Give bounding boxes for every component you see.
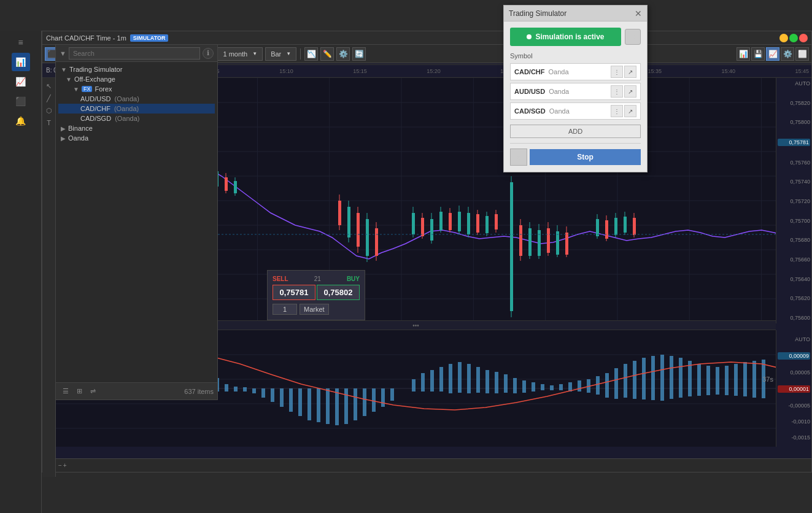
- save-icon[interactable]: 💾: [751, 47, 765, 61]
- sim-symbol-row-cadchf: CAD/CHF Oanda ⋮ ↗: [510, 63, 641, 80]
- sell-price-button[interactable]: 0,75781: [273, 285, 315, 300]
- add-symbol-button[interactable]: ADD: [510, 125, 641, 138]
- tree-item-off-exchange[interactable]: ▼ Off-Exchange: [58, 74, 215, 84]
- price-label-11: 0,75600: [778, 315, 810, 321]
- osc-label-3: -0,0010: [778, 418, 810, 425]
- svg-rect-180: [660, 355, 664, 401]
- navigator-panel: ▼ ℹ ▼ Trading Simulator ▼ Off-Exchange ▼…: [55, 44, 218, 400]
- svg-rect-142: [298, 388, 302, 416]
- svg-rect-153: [412, 379, 416, 392]
- svg-rect-147: [344, 388, 348, 424]
- drawing-toolbar: ↖ ╱ ⬡ T: [42, 78, 56, 477]
- minimize-button[interactable]: [779, 34, 788, 42]
- svg-rect-159: [467, 364, 471, 393]
- svg-rect-139: [271, 388, 274, 402]
- close-button[interactable]: [799, 34, 808, 42]
- navigator-tree: ▼ Trading Simulator ▼ Off-Exchange ▼ FX …: [56, 62, 217, 382]
- buy-price-button[interactable]: 0,75802: [317, 285, 360, 300]
- sim-title-text: Trading Simulator: [509, 9, 566, 18]
- zoom-in-button[interactable]: +: [63, 462, 67, 469]
- svg-rect-173: [596, 376, 600, 395]
- tree-item-oanda[interactable]: ▶ Oanda: [58, 133, 215, 143]
- sim-close-button[interactable]: ✕: [635, 9, 642, 18]
- svg-rect-148: [354, 388, 357, 420]
- tree-item-binance[interactable]: ▶ Binance: [58, 123, 215, 133]
- cadsgd-actions: ⋮ ↗: [611, 105, 636, 117]
- sidebar-icon-chart[interactable]: 📊: [12, 53, 30, 71]
- cadchf-external-button[interactable]: ↗: [624, 66, 636, 78]
- filter-icon[interactable]: ▼: [60, 50, 66, 57]
- navigator-header: ▼ ℹ: [56, 45, 217, 62]
- draw-shape-icon[interactable]: ⬡: [44, 105, 55, 116]
- active-indicator: [527, 34, 532, 39]
- cadsgd-external-button[interactable]: ↗: [624, 105, 636, 117]
- svg-rect-136: [243, 387, 247, 392]
- price-label-10: 0,75620: [778, 295, 810, 301]
- sim-settings-button[interactable]: ⚙: [625, 29, 641, 45]
- tree-item-aud-usd[interactable]: AUD/USD (Oanda): [58, 94, 215, 104]
- svg-rect-175: [614, 368, 618, 399]
- svg-rect-137: [252, 388, 256, 393]
- binance-label: Binance: [68, 125, 93, 132]
- settings-icon[interactable]: ⚙️: [336, 47, 350, 61]
- order-type-selector[interactable]: Market: [300, 304, 329, 315]
- sidebar-icon-bar[interactable]: 📈: [12, 72, 30, 91]
- zoom-out-button[interactable]: −: [58, 462, 62, 469]
- list-view-icon[interactable]: ☰: [60, 385, 72, 398]
- chevron-down-icon-2: ▼: [66, 76, 72, 83]
- grid-view-icon[interactable]: ⊞: [73, 385, 85, 398]
- quantity-input[interactable]: [273, 304, 297, 315]
- sidebar-icon-watchlist[interactable]: ≡: [12, 33, 30, 52]
- search-input[interactable]: [69, 47, 200, 60]
- svg-rect-151: [381, 388, 385, 407]
- trading-simulator-label: Trading Simulator: [69, 66, 122, 73]
- tree-item-forex[interactable]: ▼ FX Forex: [58, 84, 215, 94]
- sim-collapse-button[interactable]: ∧: [510, 148, 527, 166]
- audusd-actions: ⋮ ↗: [611, 85, 636, 98]
- draw-cursor-icon[interactable]: ↖: [44, 80, 55, 91]
- svg-rect-163: [504, 374, 508, 393]
- connection-icon[interactable]: ⇌: [87, 385, 99, 398]
- sim-symbol-row-audusd: AUD/USD Oanda ⋮ ↗: [510, 83, 641, 100]
- countdown-label: 37s: [762, 376, 773, 383]
- audusd-external-button[interactable]: ↗: [624, 85, 636, 98]
- market-depth-icon[interactable]: 📊: [737, 47, 750, 61]
- time-label-1520: 15:20: [427, 68, 441, 74]
- price-axis: AUTO 0,75820 0,75800 0,75781 0,75760 0,7…: [776, 78, 811, 323]
- compare-icon[interactable]: 🔄: [352, 47, 366, 61]
- draw-text-icon[interactable]: T: [44, 117, 55, 128]
- time-label-1545: 15:45: [795, 68, 809, 74]
- info-icon[interactable]: ℹ: [203, 48, 214, 59]
- draw-line-icon[interactable]: ╱: [44, 93, 55, 104]
- simulation-active-button[interactable]: Simulation is active: [510, 28, 621, 46]
- spread-value: 21: [314, 276, 321, 282]
- fullscreen-icon[interactable]: ⬜: [795, 47, 809, 61]
- drawing-tools-icon[interactable]: ✏️: [320, 47, 334, 61]
- sim-stop-button[interactable]: Stop: [530, 149, 641, 165]
- chart-title-bar: Chart CAD/CHF Time - 1m SIMULATOR: [42, 31, 811, 45]
- svg-rect-143: [307, 388, 311, 420]
- tree-item-trading-simulator[interactable]: ▼ Trading Simulator: [58, 64, 215, 74]
- indicators-icon[interactable]: 📉: [304, 47, 318, 61]
- properties-icon[interactable]: ⚙️: [781, 47, 794, 61]
- period-selector[interactable]: 1 month ▼: [217, 47, 263, 61]
- svg-rect-171: [578, 380, 581, 392]
- sim-divider: [510, 143, 641, 144]
- toolbar-separator-1: [300, 48, 301, 60]
- chart-type-selector[interactable]: Bar ▼: [265, 47, 296, 61]
- trading-simulator-dialog: Trading Simulator ✕ Simulation is active…: [503, 5, 648, 172]
- time-label-1515: 15:15: [353, 68, 367, 74]
- audusd-more-button[interactable]: ⋮: [611, 85, 623, 98]
- sidebar-icon-bell[interactable]: 🔔: [12, 112, 30, 130]
- cadsgd-more-button[interactable]: ⋮: [611, 105, 623, 117]
- oanda-label: Oanda: [68, 134, 88, 142]
- svg-rect-179: [651, 356, 655, 400]
- cadchf-more-button[interactable]: ⋮: [611, 66, 623, 78]
- maximize-button[interactable]: [789, 34, 798, 42]
- sidebar-icon-layers[interactable]: ⬛: [12, 92, 30, 110]
- tree-item-cad-chf[interactable]: CAD/CHF (Oanda): [58, 104, 215, 114]
- buy-label: BUY: [347, 276, 360, 282]
- trading-icon[interactable]: 📈: [766, 47, 779, 61]
- chart-title: Chart CAD/CHF Time - 1m: [46, 34, 126, 42]
- tree-item-cad-sgd[interactable]: CAD/SGD (Oanda): [58, 114, 215, 123]
